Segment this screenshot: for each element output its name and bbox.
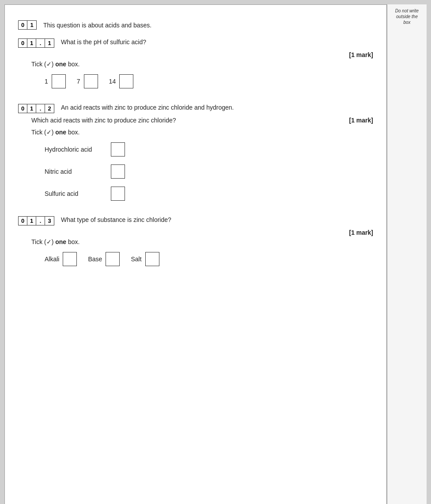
q0102-checkbox-sulfuric[interactable] — [111, 187, 125, 201]
badge-0: 0 — [19, 39, 27, 47]
badge-dot: . — [36, 217, 45, 225]
side-note-line1: Do not write — [395, 8, 419, 13]
q0103-checkbox-base[interactable] — [106, 252, 120, 266]
q0101-checkbox-1[interactable] — [52, 74, 66, 88]
badge-digit-1: 1 — [27, 21, 36, 29]
q0101-checkbox-7[interactable] — [84, 74, 98, 88]
badge-sub: 3 — [45, 217, 54, 225]
q0102-checkbox-nitric[interactable] — [111, 164, 125, 179]
q0103-instruction: Tick (✓) one box. — [31, 238, 373, 245]
badge-0: 0 — [19, 217, 27, 225]
q0101-checkbox-14[interactable] — [119, 74, 133, 88]
q0102-text: Which acid reacts with zinc to produce z… — [31, 117, 176, 124]
q0103-badge: 0 1 . 3 — [18, 216, 54, 225]
q0103-marks-row: [1 mark] — [18, 229, 373, 236]
q0103-label-alkali: Alkali — [45, 256, 59, 263]
badge-dot: . — [36, 104, 45, 113]
q0101-option-7: 7 — [77, 74, 98, 88]
badge-dot: . — [36, 39, 45, 47]
q0101-option-14: 14 — [109, 74, 134, 88]
q0103-text: What type of substance is zinc chloride? — [61, 216, 373, 223]
side-note-line2: outside the — [396, 14, 418, 19]
q0101-label-1: 1 — [45, 78, 48, 85]
side-note-line3: box — [403, 20, 410, 25]
q0101-badge: 0 1 . 1 — [18, 38, 54, 48]
q0101-mark: [1 mark] — [338, 51, 373, 58]
badge-1: 1 — [27, 217, 36, 225]
q0103-checkbox-alkali[interactable] — [63, 252, 77, 266]
q0102-option-sulfuric: Sulfuric acid — [45, 187, 373, 201]
q0101-header: 0 1 . 1 What is the pH of sulfuric acid? — [18, 38, 373, 48]
q0103-mark: [1 mark] — [338, 229, 373, 236]
badge-1: 1 — [27, 104, 36, 113]
q0102-options: Hydrochloric acid Nitric acid Sulfuric a… — [45, 142, 373, 201]
page-wrapper: 0 1 This question is about acids and bas… — [4, 4, 427, 504]
q0103-option-alkali: Alkali — [45, 252, 77, 266]
q0102-label-sulfuric: Sulfuric acid — [45, 190, 102, 197]
q0103-option-base: Base — [88, 252, 120, 266]
q0102-option-hydro: Hydrochloric acid — [45, 142, 373, 157]
q0101-instruction: Tick (✓) one box. — [31, 61, 373, 68]
q0103-option-salt: Salt — [131, 252, 159, 266]
q0101-option-1: 1 — [45, 74, 66, 88]
q0102-badge: 0 1 . 2 — [18, 104, 54, 113]
q0102-label-hydro: Hydrochloric acid — [45, 146, 102, 153]
badge-1: 1 — [27, 39, 36, 47]
q0101-text: What is the pH of sulfuric acid? — [61, 38, 373, 46]
q0101-label-7: 7 — [77, 78, 80, 85]
q0101-label-14: 14 — [109, 78, 116, 85]
badge-sub: 1 — [45, 39, 54, 47]
badge-0: 0 — [19, 104, 27, 113]
question-0102: 0 1 . 2 An acid reacts with zinc to prod… — [18, 104, 373, 201]
section-header: 0 1 This question is about acids and bas… — [18, 20, 373, 30]
main-content: 0 1 This question is about acids and bas… — [4, 4, 387, 504]
q0103-checkbox-salt[interactable] — [145, 252, 159, 266]
badge-sub: 2 — [45, 104, 54, 113]
section-badge: 0 1 — [18, 20, 37, 30]
q0102-checkbox-hydro[interactable] — [111, 142, 125, 157]
q0103-header: 0 1 . 3 What type of substance is zinc c… — [18, 216, 373, 225]
badge-digit-0: 0 — [19, 21, 27, 29]
q0103-options: Alkali Base Salt — [45, 252, 373, 266]
q0102-intro: An acid reacts with zinc to produce zinc… — [61, 104, 373, 111]
q0101-marks-row: [1 mark] — [18, 51, 373, 58]
q0102-instruction: Tick (✓) one box. — [31, 129, 373, 136]
q0102-label-nitric: Nitric acid — [45, 168, 102, 175]
q0103-label-salt: Salt — [131, 256, 141, 263]
q0102-header: 0 1 . 2 An acid reacts with zinc to prod… — [18, 104, 373, 113]
question-0101: 0 1 . 1 What is the pH of sulfuric acid?… — [18, 38, 373, 88]
q0102-mark: [1 mark] — [338, 117, 373, 124]
section-title: This question is about acids and bases. — [43, 20, 151, 29]
question-0103: 0 1 . 3 What type of substance is zinc c… — [18, 216, 373, 266]
q0102-option-nitric: Nitric acid — [45, 164, 373, 179]
q0101-options: 1 7 14 — [45, 74, 373, 88]
q0103-label-base: Base — [88, 256, 102, 263]
side-note: Do not write outside the box — [387, 4, 427, 504]
